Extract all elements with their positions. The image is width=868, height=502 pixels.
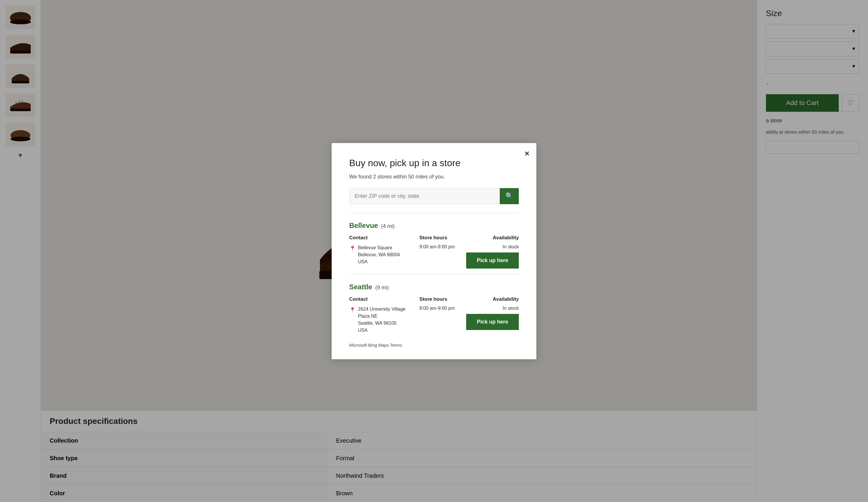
store-bellevue: Bellevue (4 mi) Contact 📍 Bellevue Squar…: [349, 222, 519, 268]
bellevue-pickup-button[interactable]: Pick up here: [466, 253, 519, 268]
store-seattle-distance: (9 mi): [375, 285, 389, 290]
store-bellevue-cols: Contact 📍 Bellevue SquareBellevue, WA 98…: [349, 235, 519, 268]
store-seattle: Seattle (9 mi) Contact 📍 2624 University…: [349, 283, 519, 334]
seattle-contact-col: Contact 📍 2624 University VillagePlaza N…: [349, 296, 420, 334]
bellevue-address: 📍 Bellevue SquareBellevue, WA 98004USA: [349, 244, 420, 265]
seattle-availability-status: In stock: [503, 306, 519, 311]
modal-overlay[interactable]: × Buy now, pick up in a store We found 2…: [0, 0, 868, 502]
store-bellevue-name: Bellevue: [349, 222, 378, 229]
modal-title: Buy now, pick up in a store: [349, 158, 519, 168]
bellevue-availability-status: In stock: [503, 244, 519, 249]
map-pin-icon-2: 📍: [349, 306, 355, 314]
modal-subtitle: We found 2 stores within 50 miles of you…: [349, 174, 519, 180]
bing-terms[interactable]: Microsoft Bing Maps Terms: [349, 342, 519, 348]
bellevue-hours-text: 9:00 am-9:00 pm: [420, 244, 460, 249]
store-seattle-cols: Contact 📍 2624 University VillagePlaza N…: [349, 296, 519, 334]
seattle-address: 📍 2624 University VillagePlaza NESeattle…: [349, 306, 420, 334]
bellevue-availability-col: Availability In stock Pick up here: [460, 235, 519, 268]
close-button[interactable]: ×: [525, 149, 529, 158]
divider-1: [349, 213, 519, 213]
zip-input[interactable]: [349, 188, 500, 204]
zip-search-row: 🔍: [349, 188, 519, 204]
seattle-address-text: 2624 University VillagePlaza NESeattle, …: [358, 306, 405, 334]
bellevue-hours-header: Store hours: [420, 235, 460, 241]
seattle-pickup-button[interactable]: Pick up here: [466, 314, 519, 330]
seattle-availability-col: Availability In stock Pick up here: [460, 296, 519, 334]
seattle-contact-header: Contact: [349, 296, 420, 302]
seattle-hours-text: 9:00 am-9:00 pm: [420, 306, 460, 311]
store-bellevue-distance: (4 mi): [381, 223, 394, 229]
map-pin-icon: 📍: [349, 245, 355, 253]
store-seattle-name: Seattle: [349, 283, 372, 291]
search-icon: 🔍: [505, 192, 513, 200]
modal: × Buy now, pick up in a store We found 2…: [332, 143, 536, 359]
bellevue-availability-header: Availability: [493, 235, 519, 241]
seattle-hours-col: Store hours 9:00 am-9:00 pm: [420, 296, 460, 334]
seattle-hours-header: Store hours: [420, 296, 460, 302]
divider-2: [349, 274, 519, 275]
bellevue-address-text: Bellevue SquareBellevue, WA 98004USA: [358, 244, 400, 265]
seattle-availability-header: Availability: [493, 296, 519, 302]
bellevue-contact-header: Contact: [349, 235, 420, 241]
search-button[interactable]: 🔍: [500, 188, 519, 204]
bellevue-contact-col: Contact 📍 Bellevue SquareBellevue, WA 98…: [349, 235, 420, 268]
bellevue-hours-col: Store hours 9:00 am-9:00 pm: [420, 235, 460, 268]
